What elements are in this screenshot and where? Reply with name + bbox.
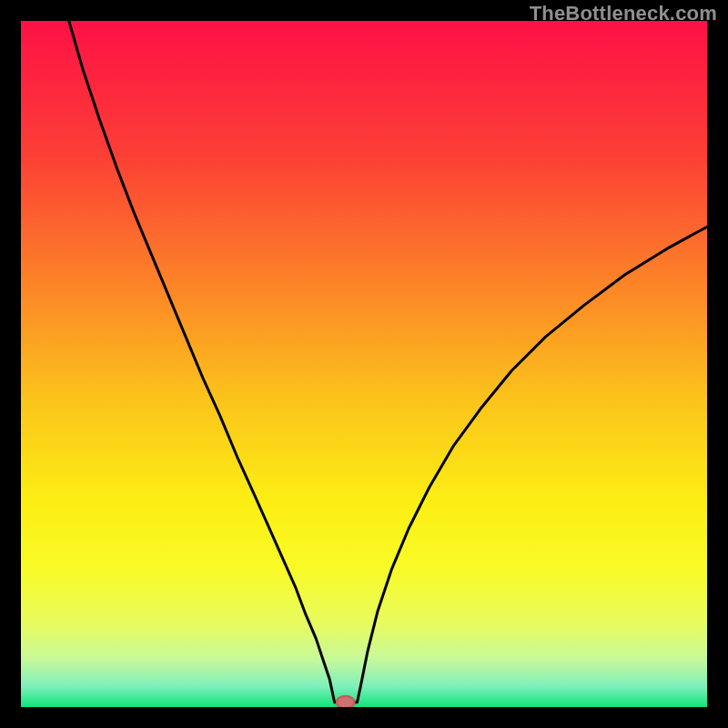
watermark-text: TheBottleneck.com	[530, 2, 717, 25]
optimum-point-marker	[337, 696, 355, 707]
chart-stage: TheBottleneck.com	[0, 0, 728, 728]
chart-plot	[21, 21, 707, 707]
gradient-panel	[21, 21, 707, 707]
